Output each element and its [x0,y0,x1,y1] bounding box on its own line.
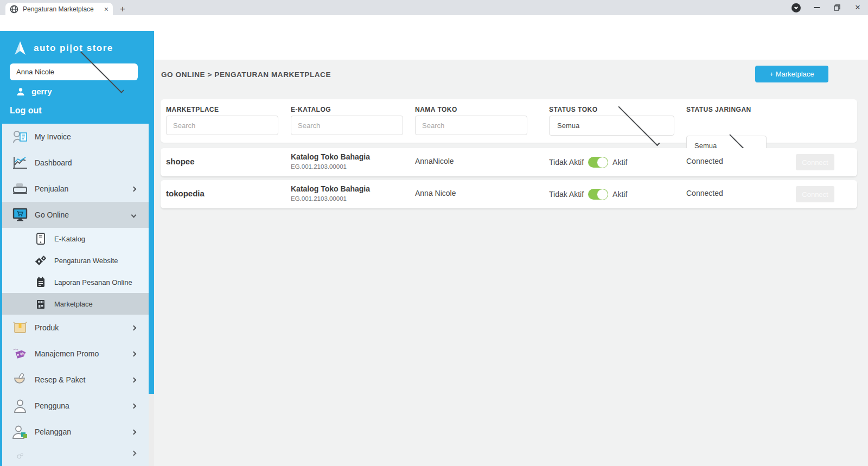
cash-register-icon [12,181,28,196]
sidebar: auto pi|ot store Anna Nicole gerry Log o… [0,31,154,466]
main-content: GO ONLINE > PENGATURAN MARKETPLACE + Mar… [154,31,868,466]
sidebar-item-label: Pelanggan [35,427,71,436]
status-toko-select-value: Semua [557,122,611,130]
username: gerry [31,87,52,96]
account-select-value: Anna Nicole [16,68,73,76]
chevron-down-icon [618,104,660,146]
user-icon [16,87,25,96]
sidebar-item-partial[interactable] [2,445,149,466]
sidebar-header: auto pi|ot store Anna Nicole gerry Log o… [0,31,154,124]
sidebar-item-my-invoice[interactable]: My Invoice [2,124,149,150]
sidebar-subitem-pengaturan-website[interactable]: Pengaturan Website [2,250,149,271]
add-marketplace-button[interactable]: + Marketplace [755,66,828,82]
sidebar-item-label: My Invoice [35,132,71,141]
gear-cluster-icon [12,448,28,463]
connect-button[interactable]: Connect [796,154,834,170]
browser-titlebar: Pengaturan Marketplace × + × [0,0,868,15]
sidebar-item-pelanggan[interactable]: Pelanggan [2,419,149,445]
chevron-right-icon [131,403,137,408]
marketplace-row-shopee: shopee Katalog Toko Bahagia EG.001.2103.… [161,148,857,176]
toggle-knob [597,189,608,200]
sidebar-subitem-label: Pengaturan Website [54,257,118,265]
status-off-label: Tidak Aktif [549,190,584,199]
ekatalog-code: EG.001.2103.00001 [291,163,347,170]
status-toko-toggle[interactable] [588,157,608,168]
browser-toolbar: ← → ↻ member.autopilotstore.co.id/pengat… [0,15,868,31]
product-box-icon [12,320,28,335]
new-tab-button[interactable]: + [117,4,128,15]
sidebar-item-penjualan[interactable]: Penjualan [2,176,149,202]
column-header-status-toko: STATUS TOKO [549,106,598,113]
person-outline-icon [12,398,28,413]
sidebar-subitem-label: E-Katalog [54,235,85,243]
sidebar-scrollbar[interactable] [149,124,154,466]
customer-icon [12,424,28,439]
chevron-right-icon [131,377,137,382]
account-select[interactable]: Anna Nicole [10,63,138,80]
logout-link[interactable]: Log out [10,106,42,116]
sidebar-item-pengguna[interactable]: Pengguna [2,393,149,419]
chevron-right-icon [131,451,137,456]
ekatalog-search-input[interactable] [291,116,403,135]
sidebar-subitem-marketplace[interactable]: Marketplace [2,293,149,315]
status-off-label: Tidak Aktif [549,158,584,167]
status-jaringan-value: Connected [686,189,723,197]
chevron-right-icon [131,429,137,435]
sidebar-item-label: Produk [35,323,59,332]
marketplace-name: shopee [166,157,195,166]
status-on-label: Aktif [612,158,627,167]
sidebar-item-produk[interactable]: Produk [2,315,149,341]
nama-toko-search-input[interactable] [415,116,527,135]
sidebar-item-manajemen-promo[interactable]: % Manajemen Promo [2,341,149,367]
restore-button[interactable] [827,0,847,15]
sidebar-item-label: Go Online [35,210,69,219]
browser-tab[interactable]: Pengaturan Marketplace × [5,3,113,15]
chevron-right-icon [131,186,137,191]
status-on-label: Aktif [612,190,627,199]
chevron-right-icon [131,351,137,356]
sidebar-subitem-laporan-pesanan-online[interactable]: Laporan Pesanan Online [2,271,149,293]
nama-toko-value: Anna Nicole [415,189,456,197]
dashboard-chart-icon [12,155,28,170]
connect-button[interactable]: Connect [796,186,834,202]
sidebar-item-label: Resep & Paket [35,375,85,384]
sidebar-item-resep-paket[interactable]: Resep & Paket [2,367,149,393]
column-header-marketplace: MARKETPLACE [166,106,219,113]
sidebar-subitem-label: Marketplace [54,300,93,308]
promo-tag-icon: % [12,346,28,361]
sidebar-subitem-e-katalog[interactable]: E-Katalog [2,228,149,250]
sidebar-item-label: Pengguna [35,401,69,410]
tab-favicon-globe-icon [10,5,18,14]
invoice-icon [12,129,28,144]
marketplace-row-tokopedia: tokopedia Katalog Toko Bahagia EG.001.21… [161,180,857,208]
chevron-right-icon [131,325,137,330]
toggle-knob [597,157,608,168]
minimize-button[interactable] [806,0,827,15]
chevron-down-icon [131,212,137,218]
autopilot-logo-icon [12,40,28,56]
tab-close-icon[interactable]: × [104,5,108,13]
sidebar-item-dashboard[interactable]: Dashboard [2,150,149,176]
online-store-monitor-icon [12,207,28,222]
nama-toko-value: AnnaNicole [415,157,454,165]
column-header-nama-toko: NAMA TOKO [415,106,457,113]
chrome-update-icon[interactable] [786,0,806,15]
sidebar-item-label: Penjualan [35,184,68,193]
sidebar-item-label: Dashboard [35,158,72,167]
status-toko-toggle[interactable] [588,189,608,200]
mortar-pestle-icon [12,372,28,387]
gears-icon [35,254,47,266]
column-header-ekatalog: E-KATALOG [291,106,331,113]
logo-text: auto pi|ot store [34,43,113,54]
marketplace-search-input[interactable] [166,116,278,135]
phone-catalog-icon [35,233,47,245]
sidebar-scrollbar-thumb[interactable] [149,124,154,394]
sidebar-item-go-online[interactable]: Go Online [2,202,149,228]
sidebar-subitem-label: Laporan Pesanan Online [54,278,132,286]
ekatalog-title: Katalog Toko Bahagia [291,184,370,193]
ekatalog-title: Katalog Toko Bahagia [291,152,370,161]
status-jaringan-value: Connected [686,157,723,165]
close-window-button[interactable]: × [847,0,868,15]
status-toko-select[interactable]: Semua [549,116,674,136]
storefront-icon [35,298,47,310]
